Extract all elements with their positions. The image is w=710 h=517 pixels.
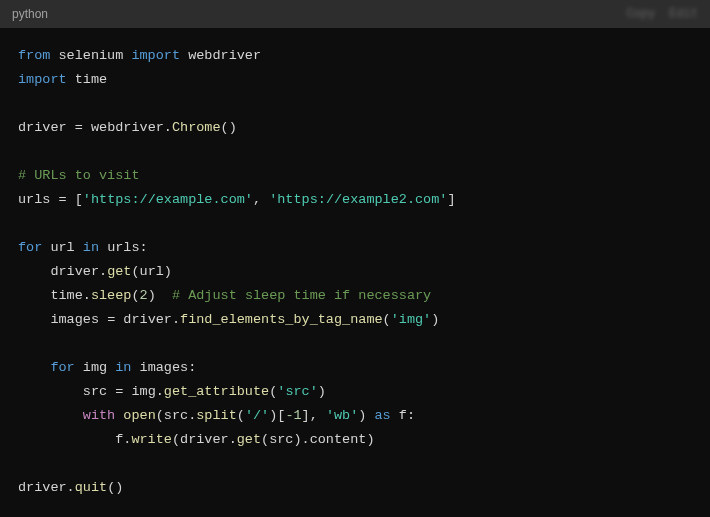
header-actions: Copy Edit [626,7,698,21]
code-line: driver = webdriver.Chrome() [18,120,237,135]
code-line: import time [18,72,107,87]
copy-button[interactable]: Copy [626,7,655,21]
edit-button[interactable]: Edit [669,7,698,21]
code-line: src = img.get_attribute('src') [18,384,326,399]
code-line: time.sleep(2) # Adjust sleep time if nec… [18,288,431,303]
code-header: python Copy Edit [0,0,710,28]
code-line: driver.quit() [18,480,123,495]
code-line: with open(src.split('/')[-1], 'wb') as f… [18,408,415,423]
code-line: urls = ['https://example.com', 'https://… [18,192,456,207]
code-line: for url in urls: [18,240,148,255]
code-line: from selenium import webdriver [18,48,261,63]
code-line: driver.get(url) [18,264,172,279]
code-line: # URLs to visit [18,168,140,183]
code-line: images = driver.find_elements_by_tag_nam… [18,312,439,327]
code-line: f.write(driver.get(src).content) [18,432,374,447]
code-block: from selenium import webdriver import ti… [0,28,710,516]
language-label: python [12,7,48,21]
code-line: for img in images: [18,360,196,375]
